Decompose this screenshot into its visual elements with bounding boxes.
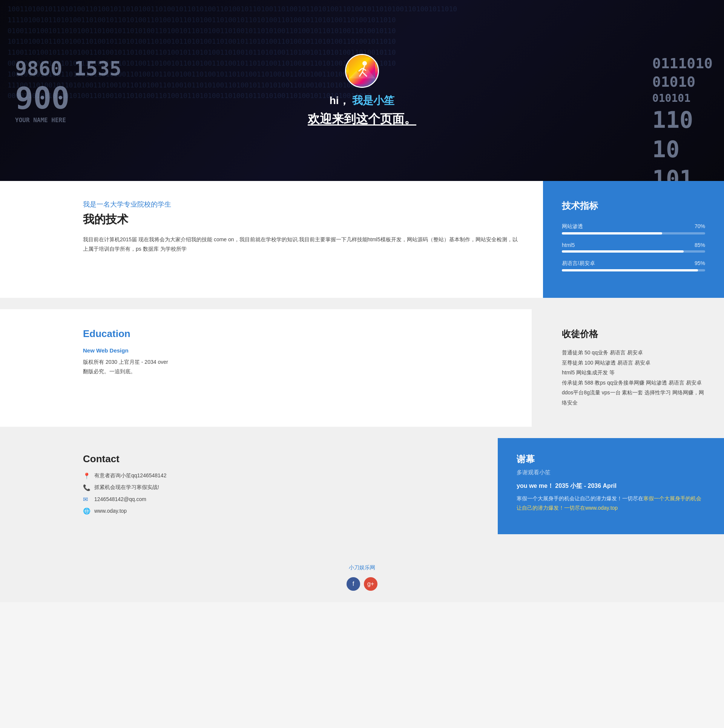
footer: 小刀娱乐网 f g+: [0, 549, 724, 602]
about-title: 我的技术: [83, 212, 520, 227]
googleplus-icon-button[interactable]: g+: [364, 577, 377, 591]
email-icon: ✉: [83, 496, 90, 503]
skill-label-2: html5 85%: [562, 242, 705, 248]
skill-bar-fill-1: [562, 232, 662, 234]
contact-item-4: 🌐 www.oday.top: [83, 507, 464, 515]
skills-section: 技术指标 网站渗透 70% html5 85% 易语言/易安卓 95%: [543, 181, 724, 298]
facebook-icon-button[interactable]: f: [347, 577, 360, 591]
pricing-text: 普通徒弟 50 qq业务 易语言 易安卓 至尊徒弟 100 网站渗透 易语言 易…: [562, 348, 705, 408]
skill-item-1: 网站渗透 70%: [562, 223, 705, 234]
skill-bar-bg-3: [562, 269, 705, 271]
footer-text: 小刀娱乐网: [0, 564, 724, 571]
thanks-link[interactable]: 寒假一个大展身手的机会让自己的潜力爆发！一切尽在www.oday.top: [517, 495, 701, 511]
about-skills-row: 我是一名大学专业院校的学生 我的技术 我目前在计算机2015届 现在我将会为大家…: [0, 181, 724, 298]
skill-percent-3: 95%: [695, 260, 705, 267]
skill-name-3: 易语言/易安卓: [562, 260, 595, 267]
skill-name-2: html5: [562, 242, 575, 248]
skill-name-1: 网站渗透: [562, 223, 583, 230]
skill-bar-bg-1: [562, 232, 705, 234]
contact-text-1: 有意者咨询小笙qq1246548142: [94, 472, 166, 479]
skill-bar-fill-2: [562, 250, 684, 253]
pricing-title: 收徒价格: [562, 328, 705, 340]
contact-thanks-row: Contact 📍 有意者咨询小笙qq1246548142 📞 抓紧机会现在学习…: [0, 438, 724, 549]
thanks-title: 谢幕: [517, 453, 705, 465]
hero-left-decoration: 9860 1535 900 YOUR NAME HERE: [15, 57, 121, 124]
hero-content: hi， 我是小笙 欢迎来到这个页面。: [308, 54, 416, 127]
hero-greeting: hi， 我是小笙: [308, 93, 416, 108]
education-line2: 翻版必究。一追到底。: [83, 367, 509, 376]
skill-bar-fill-3: [562, 269, 698, 271]
contact-text-3: 1246548142@qq.com: [94, 496, 146, 502]
skill-bar-bg-2: [562, 250, 705, 253]
contact-text-2: 抓紧机会现在学习寒假实战!: [94, 484, 159, 491]
thanks-section: 谢幕 多谢观看小笙 you we me！ 2035 小笙 - 2036 Apri…: [498, 438, 724, 534]
location-icon: 📍: [83, 472, 90, 480]
skill-percent-1: 70%: [695, 223, 705, 230]
contact-item-3: ✉ 1246548142@qq.com: [83, 496, 464, 503]
skills-title: 技术指标: [562, 200, 705, 212]
about-text: 我目前在计算机2015届 现在我将会为大家介绍我的技能 come on，我目前就…: [83, 235, 520, 254]
skill-label-1: 网站渗透 70%: [562, 223, 705, 230]
website-icon: 🌐: [83, 507, 90, 515]
about-subtitle: 我是一名大学专业院校的学生: [83, 200, 520, 209]
thanks-subtitle: 多谢观看小笙: [517, 469, 705, 476]
education-title: Education: [83, 328, 509, 340]
education-line1: 版权所有 2030 上官月笙 - 2034 over: [83, 357, 509, 367]
contact-item-1: 📍 有意者咨询小笙qq1246548142: [83, 472, 464, 480]
avatar: [345, 54, 379, 88]
contact-text-4: www.oday.top: [94, 508, 127, 514]
skill-item-2: html5 85%: [562, 242, 705, 253]
pricing-section: 收徒价格 普通徒弟 50 qq业务 易语言 易安卓 至尊徒弟 100 网站渗透 …: [543, 309, 724, 427]
svg-point-1: [362, 61, 367, 66]
phone-icon: 📞: [83, 484, 90, 491]
about-section: 我是一名大学专业院校的学生 我的技术 我目前在计算机2015届 现在我将会为大家…: [0, 181, 543, 298]
education-pricing-row: Education New Web Design 版权所有 2030 上官月笙 …: [0, 298, 724, 438]
thanks-main-text: you we me！ 2035 小笙 - 2036 April: [517, 482, 705, 490]
skill-label-3: 易语言/易安卓 95%: [562, 260, 705, 267]
education-subtitle: New Web Design: [83, 347, 509, 354]
contact-title: Contact: [83, 453, 464, 465]
svg-rect-0: [349, 58, 375, 84]
thanks-body: 寒假一个大展身手的机会让自己的潜力爆发！一切尽在寒假一个大展身手的机会让自己的潜…: [517, 494, 705, 513]
contact-section: Contact 📍 有意者咨询小笙qq1246548142 📞 抓紧机会现在学习…: [0, 438, 486, 534]
avatar-image: [346, 55, 378, 87]
contact-item-2: 📞 抓紧机会现在学习寒假实战!: [83, 484, 464, 491]
hero-right-decoration: 0111010 01010 010101 110 10 101: [652, 54, 713, 181]
education-section: Education New Web Design 版权所有 2030 上官月笙 …: [0, 309, 532, 427]
hero-welcome: 欢迎来到这个页面。: [308, 111, 416, 127]
footer-icons: f g+: [0, 577, 724, 591]
hero-section: 1001101001011010100110100101101010011010…: [0, 0, 724, 181]
skill-item-3: 易语言/易安卓 95%: [562, 260, 705, 271]
skill-percent-2: 85%: [695, 242, 705, 248]
